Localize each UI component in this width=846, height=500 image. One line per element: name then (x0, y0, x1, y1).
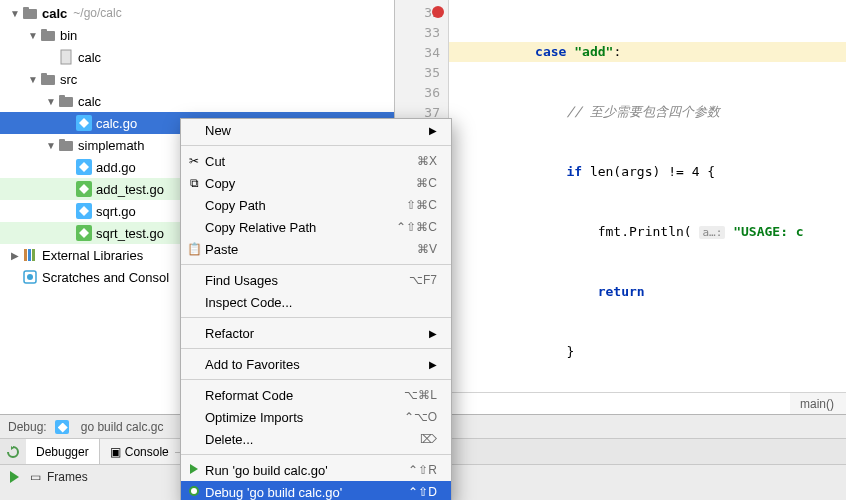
go-file-icon (76, 115, 92, 131)
folder-icon (40, 27, 56, 43)
menu-item-add-to-favorites[interactable]: Add to Favorites▶ (181, 353, 451, 375)
menu-item-label: Cut (205, 154, 225, 169)
go-test-icon (76, 181, 92, 197)
context-menu[interactable]: New▶✂Cut⌘X⧉Copy⌘CCopy Path⇧⌘CCopy Relati… (180, 118, 452, 500)
breadcrumb[interactable]: main() (800, 397, 834, 411)
go-file-icon (76, 203, 92, 219)
folder-icon (40, 71, 56, 87)
tree-file-calc-bin[interactable]: calc (0, 46, 394, 68)
frames-icon: ▭ (30, 470, 41, 484)
menu-shortcut: ⌥⌘L (404, 388, 437, 402)
menu-item-debug-go-build-calc-go[interactable]: Debug 'go build calc.go'⌃⇧D (181, 481, 451, 500)
libraries-icon (22, 247, 38, 263)
menu-separator (181, 317, 451, 318)
svg-rect-9 (59, 141, 73, 151)
resume-icon[interactable] (10, 471, 19, 483)
menu-shortcut: ⌘V (417, 242, 437, 256)
menu-item-run-go-build-calc-go[interactable]: Run 'go build calc.go'⌃⇧R (181, 459, 451, 481)
paste-icon: 📋 (187, 242, 201, 256)
menu-item-label: Copy (205, 176, 235, 191)
code-text[interactable]: case "add": // 至少需要包含四个参数 if len(args) !… (449, 0, 846, 392)
menu-item-label: Copy Relative Path (205, 220, 316, 235)
rerun-button[interactable] (0, 439, 26, 465)
menu-shortcut: ⌦ (420, 432, 437, 446)
debug-config: go build calc.gc (73, 420, 172, 434)
menu-item-label: New (205, 123, 231, 138)
menu-item-new[interactable]: New▶ (181, 119, 451, 141)
tree-root[interactable]: ▼ calc ~/go/calc (0, 2, 394, 24)
svg-rect-11 (24, 249, 27, 261)
menu-shortcut: ⌃⇧R (408, 463, 437, 477)
debug-icon (187, 485, 201, 499)
svg-rect-2 (41, 31, 55, 41)
breadcrumb-bar: main() (395, 392, 846, 414)
submenu-arrow-icon: ▶ (429, 125, 437, 136)
menu-item-label: Optimize Imports (205, 410, 303, 425)
menu-item-copy[interactable]: ⧉Copy⌘C (181, 172, 451, 194)
tree-folder-src[interactable]: ▼ src (0, 68, 394, 90)
root-name: calc (42, 6, 67, 21)
svg-rect-10 (59, 139, 65, 142)
console-icon: ▣ (110, 445, 121, 459)
tree-folder-calc[interactable]: ▼ calc (0, 90, 394, 112)
svg-point-15 (27, 274, 33, 280)
menu-shortcut: ⌃⇧D (408, 485, 437, 499)
menu-item-copy-relative-path[interactable]: Copy Relative Path⌃⇧⌘C (181, 216, 451, 238)
menu-item-optimize-imports[interactable]: Optimize Imports⌃⌥O (181, 406, 451, 428)
menu-item-copy-path[interactable]: Copy Path⇧⌘C (181, 194, 451, 216)
menu-separator (181, 145, 451, 146)
scratches-icon (22, 269, 38, 285)
menu-item-label: Reformat Code (205, 388, 293, 403)
folder-icon (58, 93, 74, 109)
menu-item-label: Find Usages (205, 273, 278, 288)
menu-item-cut[interactable]: ✂Cut⌘X (181, 150, 451, 172)
go-file-icon (55, 420, 69, 434)
menu-item-label: Delete... (205, 432, 253, 447)
run-icon (187, 463, 201, 477)
tab-debugger[interactable]: Debugger (26, 439, 100, 464)
frames-label: Frames (47, 470, 88, 484)
menu-item-label: Inspect Code... (205, 295, 292, 310)
svg-rect-0 (23, 9, 37, 19)
svg-rect-4 (61, 50, 71, 64)
svg-rect-12 (28, 249, 31, 261)
menu-shortcut: ⌃⌥O (404, 410, 437, 424)
menu-shortcut: ⌘X (417, 154, 437, 168)
menu-separator (181, 348, 451, 349)
menu-item-label: Copy Path (205, 198, 266, 213)
breakpoint-icon[interactable] (432, 6, 444, 18)
cut-icon: ✂ (187, 154, 201, 168)
menu-shortcut: ⌘C (416, 176, 437, 190)
submenu-arrow-icon: ▶ (429, 328, 437, 339)
copy-icon: ⧉ (187, 176, 201, 190)
menu-item-label: Refactor (205, 326, 254, 341)
menu-item-label: Paste (205, 242, 238, 257)
menu-item-delete[interactable]: Delete...⌦ (181, 428, 451, 450)
menu-item-find-usages[interactable]: Find Usages⌥F7 (181, 269, 451, 291)
submenu-arrow-icon: ▶ (429, 359, 437, 370)
debug-title: Debug: (0, 420, 55, 434)
menu-item-label: Run 'go build calc.go' (205, 463, 328, 478)
folder-icon (58, 137, 74, 153)
menu-item-refactor[interactable]: Refactor▶ (181, 322, 451, 344)
menu-separator (181, 379, 451, 380)
svg-rect-5 (41, 75, 55, 85)
file-icon (58, 49, 74, 65)
svg-rect-8 (59, 95, 65, 98)
menu-item-label: Debug 'go build calc.go' (205, 485, 342, 500)
svg-rect-6 (41, 73, 47, 76)
menu-item-reformat-code[interactable]: Reformat Code⌥⌘L (181, 384, 451, 406)
folder-icon (22, 5, 38, 21)
root-path: ~/go/calc (73, 6, 121, 20)
menu-separator (181, 454, 451, 455)
menu-item-paste[interactable]: 📋Paste⌘V (181, 238, 451, 260)
go-file-icon (76, 159, 92, 175)
go-test-icon (76, 225, 92, 241)
menu-item-inspect-code[interactable]: Inspect Code... (181, 291, 451, 313)
svg-rect-3 (41, 29, 47, 32)
menu-separator (181, 264, 451, 265)
svg-rect-13 (32, 249, 35, 261)
menu-shortcut: ⇧⌘C (406, 198, 437, 212)
code-editor[interactable]: 32 33 34 35 36 37 case "add": // 至少需要包含四… (395, 0, 846, 392)
tree-folder-bin[interactable]: ▼ bin (0, 24, 394, 46)
